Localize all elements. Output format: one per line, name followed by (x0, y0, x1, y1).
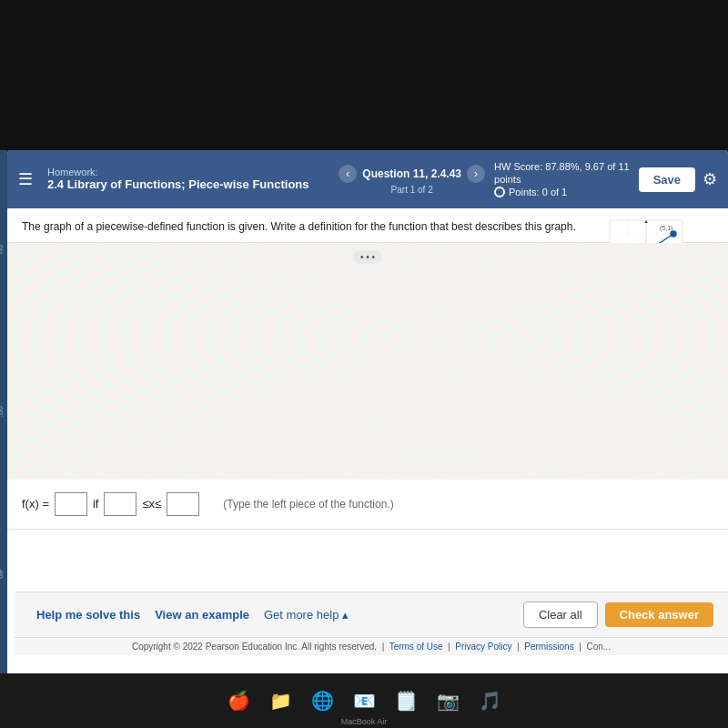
question-part: Part 1 of 2 (391, 185, 433, 195)
get-more-help-button[interactable]: Get more help ▴ (257, 604, 356, 625)
header-score: HW Score: 87.88%, 9.67 of 11 points Poin… (494, 161, 630, 197)
sidebar-indicator: ou on: en (0, 150, 7, 673)
save-button[interactable]: Save (639, 167, 695, 192)
dock-item-1[interactable]: 🍎 (220, 682, 257, 719)
menu-icon[interactable]: ☰ (18, 169, 33, 189)
question-area: The graph of a piecewise-defined functio… (7, 208, 728, 243)
help-links: Help me solve this View an example Get m… (29, 604, 523, 625)
question-text: The graph of a piecewise-defined functio… (22, 219, 613, 235)
lower-bound-input[interactable] (104, 492, 136, 516)
clear-all-button[interactable]: Clear all (523, 602, 598, 628)
mac-dock: 🍎 📁 🌐 📧 🗒️ 📷 🎵 MacBook Air (0, 673, 728, 728)
footer: Copyright © 2022 Pearson Education Inc. … (15, 637, 728, 655)
bottom-actions: Help me solve this View an example Get m… (15, 592, 728, 637)
visual-area: • • • (7, 243, 728, 480)
header: ☰ Homework: 2.4 Library of Functions; Pi… (7, 150, 728, 208)
gear-icon[interactable]: ⚙ (703, 169, 717, 189)
upper-bound-input[interactable] (167, 492, 199, 516)
hw-name: 2.4 Library of Functions; Piece-wise Fun… (47, 177, 329, 193)
dock-item-2[interactable]: 📁 (262, 682, 298, 719)
ripple-background (7, 243, 728, 480)
input-hint: (Type the left piece of the function.) (223, 498, 393, 511)
svg-text:(5,1): (5,1) (660, 225, 672, 232)
view-example-button[interactable]: View an example (147, 604, 257, 625)
header-actions: Save ⚙ (639, 167, 717, 192)
check-answer-button[interactable]: Check answer (605, 602, 713, 627)
input-row: f(x) = if ≤x≤ (Type the left piece of th… (7, 480, 728, 530)
question-label: Question 11, 2.4.43 (362, 167, 461, 180)
hw-score-text: HW Score: 87.88%, 9.67 of 11 (494, 161, 630, 172)
svg-point-9 (671, 231, 676, 237)
dock-item-4[interactable]: 📧 (346, 682, 382, 719)
help-me-solve-button[interactable]: Help me solve this (29, 604, 147, 625)
header-title: Homework: 2.4 Library of Functions; Piec… (47, 167, 329, 193)
question-nav: ‹ Question 11, 2.4.43 › (339, 165, 485, 183)
copyright-text: Copyright © 2022 Pearson Education Inc. … (132, 642, 377, 652)
top-bezel (0, 0, 728, 150)
function-value-input[interactable] (55, 492, 87, 516)
function-prefix: f(x) = (22, 497, 49, 511)
points-text: Points: 0 of 1 (509, 187, 567, 197)
dock-item-5[interactable]: 🗒️ (388, 682, 424, 719)
if-label: if (93, 497, 99, 511)
prev-question-button[interactable]: ‹ (339, 165, 357, 183)
points-circle-icon (494, 187, 505, 197)
sidebar-item-2: on: (0, 404, 7, 420)
hw-label: Homework: (47, 167, 329, 177)
hw-score-suffix: points (494, 174, 630, 185)
dock-item-3[interactable]: 🌐 (304, 682, 340, 719)
permissions-link[interactable]: Permissions (524, 642, 573, 652)
header-question: ‹ Question 11, 2.4.43 › Part 1 of 2 (339, 165, 485, 195)
dock-item-7[interactable]: 🎵 (471, 682, 508, 719)
privacy-policy-link[interactable]: Privacy Policy (455, 642, 511, 652)
screen-wrapper: ou on: en ☰ Homework: 2.4 Library of Fun… (0, 0, 728, 728)
terms-of-use-link[interactable]: Terms of Use (389, 642, 443, 652)
macbook-label: MacBook Air (341, 717, 388, 726)
dock-item-6[interactable]: 📷 (430, 682, 466, 719)
leq-label: ≤x≤ (142, 497, 161, 511)
sidebar-item-1: ou (0, 243, 7, 256)
action-buttons: Clear all Check answer (523, 602, 713, 628)
main-content: ☰ Homework: 2.4 Library of Functions; Pi… (7, 150, 728, 673)
cont-text: Con... (586, 642, 611, 652)
sidebar-item-3: en (0, 568, 7, 581)
next-question-button[interactable]: › (467, 165, 485, 183)
points-row: Points: 0 of 1 (494, 187, 630, 197)
expand-toggle-button[interactable]: • • • (353, 250, 382, 264)
